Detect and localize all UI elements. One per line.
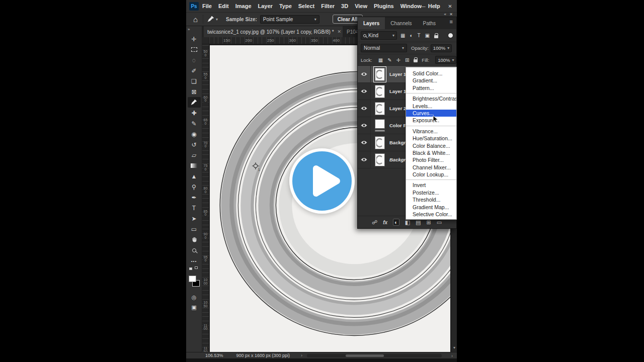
sample-size-select[interactable]: Point Sample ▾	[260, 15, 319, 24]
horizontal-scrollbar-thumb[interactable]	[346, 354, 384, 357]
eyedropper-tool[interactable]	[188, 97, 201, 108]
fill-field[interactable]: 100% ▾	[435, 56, 456, 64]
lock-transparent-pixels-icon[interactable]: ▦	[378, 57, 383, 63]
minimize-button[interactable]: —	[416, 0, 430, 13]
marquee-tool[interactable]	[188, 44, 201, 55]
object-selection-tool[interactable]: ✐	[188, 65, 201, 76]
menu-image[interactable]: Image	[235, 3, 252, 9]
edit-toolbar-icon[interactable]: •••	[188, 259, 201, 263]
move-tool[interactable]: ✛	[188, 34, 201, 44]
filter-toggle[interactable]	[448, 33, 453, 38]
menu-type[interactable]: Type	[279, 3, 292, 9]
collapse-toolbar-icon[interactable]: »	[186, 26, 202, 34]
eyedropper-preset-icon[interactable]: ▾	[207, 16, 218, 23]
tab-close-icon[interactable]: ✕	[338, 29, 342, 34]
menu-item-solid-color[interactable]: Solid Color...	[406, 70, 456, 77]
layer-thumbnail[interactable]	[375, 102, 385, 115]
layer-thumbnail[interactable]	[375, 136, 385, 149]
delete-layer-icon[interactable]: ▭	[437, 219, 442, 226]
status-arrow-right-icon[interactable]: ›	[301, 353, 302, 358]
menu-item-selective-color[interactable]: Selective Color...	[406, 211, 456, 218]
menu-3d[interactable]: 3D	[341, 3, 348, 9]
document-tab-active[interactable]: twicasnice2_1 copy.jpg @ 107% (Layer 1 c…	[204, 26, 343, 37]
zoom-level[interactable]: 106.53%	[205, 353, 223, 358]
scroll-right-icon[interactable]: ›	[451, 353, 453, 358]
layer-name[interactable]: Layer 2	[389, 106, 406, 111]
menu-item-vibrance[interactable]: Vibrance...	[406, 128, 456, 135]
layer-thumbnail[interactable]	[375, 68, 385, 81]
menu-item-gradient-map[interactable]: Gradient Map...	[406, 204, 456, 211]
filter-adjustment-layers-icon[interactable]: ◐	[410, 33, 413, 38]
color-swatches[interactable]	[188, 276, 201, 291]
menu-layer[interactable]: Layer	[258, 3, 273, 9]
quick-mask-icon[interactable]: ◎	[188, 294, 201, 301]
close-panel-icon[interactable]: ✕	[449, 12, 454, 17]
layer-effects-icon[interactable]: fx	[383, 220, 387, 225]
menu-item-black-white[interactable]: Black & White...	[406, 149, 456, 156]
filter-smart-objects-icon[interactable]	[434, 35, 438, 38]
lasso-tool[interactable]: ◌	[188, 55, 201, 65]
type-tool[interactable]: T	[188, 203, 201, 213]
menu-item-levels[interactable]: Levels...	[406, 103, 456, 110]
menu-file[interactable]: File	[202, 3, 212, 9]
horizontal-scrollbar[interactable]	[307, 354, 442, 357]
lock-artboard-icon[interactable]: ⊞	[405, 57, 409, 63]
rectangle-tool[interactable]: ▭	[188, 224, 201, 234]
menu-item-channel-mixer[interactable]: Channel Mixer...	[406, 164, 456, 171]
panel-tab-channels[interactable]: Channels	[385, 17, 417, 29]
menu-item-gradient[interactable]: Gradient...	[406, 77, 456, 84]
eraser-tool[interactable]: ▱	[188, 150, 201, 160]
menu-filter[interactable]: Filter	[321, 3, 335, 9]
layer-visibility-eye-icon[interactable]	[358, 134, 371, 151]
filter-shape-layers-icon[interactable]: ▣	[425, 33, 430, 38]
close-button[interactable]: ✕	[443, 0, 457, 13]
menu-item-hue-saturation[interactable]: Hue/Saturation...	[406, 135, 456, 142]
menu-item-curves[interactable]: Curves...	[406, 110, 456, 117]
layer-thumbnail[interactable]	[375, 119, 385, 132]
new-group-icon[interactable]: ▤	[416, 219, 421, 226]
layer-mask-icon[interactable]: ◧	[405, 219, 410, 226]
layer-visibility-eye-icon[interactable]	[358, 66, 371, 82]
menu-item-invert[interactable]: Invert	[406, 182, 456, 189]
dodge-tool[interactable]: ⚲	[188, 182, 201, 192]
menu-item-pattern[interactable]: Pattern...	[406, 84, 456, 92]
menu-item-color-balance[interactable]: Color Balance...	[406, 142, 456, 149]
menu-item-exposure[interactable]: Exposure...	[406, 117, 456, 124]
video-play-button[interactable]	[289, 148, 355, 214]
path-selection-tool[interactable]: ➤	[188, 213, 201, 224]
menu-edit[interactable]: Edit	[218, 3, 229, 9]
panel-tab-paths[interactable]: Paths	[418, 17, 442, 29]
new-layer-icon[interactable]: ⊞	[427, 219, 431, 226]
menu-item-threshold[interactable]: Threshold...	[406, 196, 456, 203]
adjustment-layer-icon[interactable]: ◐	[393, 219, 399, 226]
menu-select[interactable]: Select	[298, 3, 314, 9]
layer-visibility-eye-icon[interactable]	[358, 83, 371, 100]
menu-view[interactable]: View	[355, 3, 367, 9]
filter-pixel-layers-icon[interactable]: ▦	[400, 33, 405, 38]
scroll-down-icon[interactable]: ▾	[451, 345, 457, 350]
layer-visibility-eye-icon[interactable]	[358, 151, 371, 168]
link-layers-icon[interactable]: ☍	[372, 219, 377, 226]
menu-item-color-lookup[interactable]: Color Lookup...	[406, 171, 456, 178]
blur-tool[interactable]: ▲	[188, 171, 201, 182]
home-icon[interactable]: ⌂	[193, 15, 198, 24]
gradient-tool[interactable]	[188, 160, 201, 171]
crop-tool[interactable]: ❏	[188, 76, 201, 86]
maximize-button[interactable]: □	[430, 0, 443, 13]
lock-position-icon[interactable]: ✛	[396, 57, 400, 63]
panel-menu-icon[interactable]: ≡	[450, 17, 456, 29]
lock-all-icon[interactable]	[414, 59, 418, 62]
layer-thumbnail[interactable]	[375, 85, 385, 98]
menu-item-photo-filter[interactable]: Photo Filter...	[406, 156, 456, 163]
screen-mode-icon[interactable]: ▣	[188, 304, 201, 311]
layer-visibility-eye-icon[interactable]	[358, 117, 371, 134]
layer-visibility-eye-icon[interactable]	[358, 100, 371, 117]
menu-plugins[interactable]: Plugins	[374, 3, 394, 9]
menu-item-posterize[interactable]: Posterize...	[406, 189, 456, 196]
panel-tab-layers[interactable]: Layers	[358, 17, 385, 29]
foreground-color-swatch[interactable]	[189, 276, 196, 282]
opacity-field[interactable]: 100% ▾	[431, 44, 452, 52]
filter-type-layers-icon[interactable]: T	[418, 33, 421, 38]
blend-mode-select[interactable]: Normal ▾	[361, 44, 407, 52]
healing-brush-tool[interactable]: ✚	[188, 108, 201, 118]
